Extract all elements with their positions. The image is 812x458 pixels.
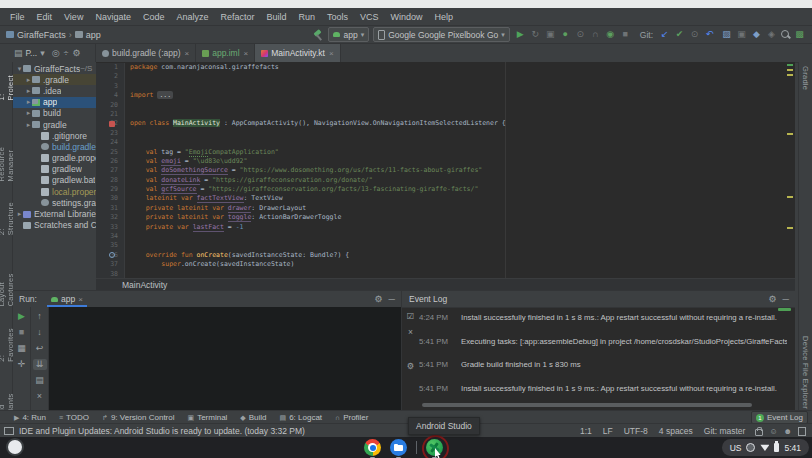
tree-item-gradlew-bat[interactable]: gradlew.bat [13, 175, 96, 186]
wrench-icon[interactable]: ⚙ [407, 361, 415, 371]
git-rollback-button[interactable]: ↶ [703, 28, 716, 41]
git-update-button[interactable]: ↙ [658, 28, 671, 41]
menu-item-run[interactable]: Run [293, 12, 322, 22]
attach-debugger-button[interactable]: ▣ [544, 28, 557, 41]
error-stripe-mark[interactable] [787, 64, 793, 66]
error-stripe-mark[interactable] [787, 69, 793, 71]
tool-button-9-version-control[interactable]: ↱9: Version Control [102, 413, 174, 422]
tool-button-terminal[interactable]: ▣Terminal [188, 413, 228, 422]
scroll-to-end-button[interactable]: ⇊ [33, 359, 47, 370]
soft-wrap-button[interactable]: ↩ [33, 343, 47, 354]
menu-item-file[interactable]: File [4, 12, 31, 22]
menu-item-edit[interactable]: Edit [31, 12, 59, 22]
menu-item-analyze[interactable]: Analyze [170, 12, 214, 22]
status-git-master[interactable]: Git: master [704, 426, 746, 436]
tool-button-gradle[interactable]: Gradle [801, 66, 810, 90]
breadcrumb-class[interactable]: MainActivity [122, 280, 167, 290]
clear-console-button[interactable]: × [33, 391, 47, 402]
editor-tab-app-iml[interactable]: app.iml× [196, 44, 255, 62]
tool-button-todo[interactable]: ≡TODO [59, 413, 89, 422]
run-console[interactable] [49, 307, 401, 411]
status-message[interactable]: IDE and Plugin Updates: Android Studio i… [19, 426, 305, 436]
status-1-1[interactable]: 1:1 [580, 426, 592, 436]
tree-item-app[interactable]: ▸app [13, 97, 96, 108]
files-app-icon[interactable] [390, 439, 407, 456]
coverage-button[interactable]: ⊙ [574, 28, 587, 41]
highlight-level-icon[interactable]: ☺ [769, 427, 777, 436]
scrollbar-thumb[interactable] [778, 308, 791, 311]
clear-all-events-icon[interactable]: × [408, 327, 413, 337]
search-everywhere-button[interactable] [780, 29, 791, 40]
collapse-all-icon[interactable]: ÷ [64, 48, 69, 58]
inspections-profile-icon[interactable]: ☻ [784, 427, 792, 436]
error-stripe-mark[interactable] [787, 196, 793, 198]
menu-item-help[interactable]: Help [429, 12, 460, 22]
menu-item-refactor[interactable]: Refactor [214, 12, 260, 22]
locate-file-icon[interactable]: ◎ [52, 48, 60, 58]
tool-button-4-run[interactable]: ▶4: Run [14, 413, 46, 422]
toggle-toolwindows-icon[interactable] [4, 427, 14, 435]
menu-item-navigate[interactable]: Navigate [89, 12, 137, 22]
error-stripe-mark[interactable] [787, 74, 793, 76]
tree-item-gitignore[interactable]: .gitignore [13, 130, 96, 141]
profiler-button[interactable]: ∩ [589, 28, 602, 41]
tree-item-build[interactable]: ▸build [13, 108, 96, 119]
pin-tab-button[interactable]: ✛ [15, 359, 29, 370]
tree-item-gradle-properties[interactable]: gradle.properties [13, 153, 96, 164]
menu-item-view[interactable]: View [58, 12, 89, 22]
chrome-icon[interactable] [364, 439, 381, 456]
system-tray[interactable]: US 5:41 [722, 439, 809, 456]
lock-icon[interactable] [755, 429, 763, 436]
print-button[interactable]: ▤ [33, 375, 47, 386]
menu-item-tools[interactable]: Tools [321, 12, 354, 22]
event-log-settings-icon[interactable]: ⚙ [769, 294, 777, 304]
avd-manager-icon[interactable]: ◈ [765, 28, 778, 41]
menu-item-window[interactable]: Window [385, 12, 429, 22]
window-layout-icon[interactable]: ▨ [720, 28, 733, 41]
project-view-selector[interactable]: P... [26, 48, 38, 58]
tool-button-6-logcat[interactable]: ▤6: Logcat [280, 413, 323, 422]
run-config-select[interactable]: app ▾ [328, 27, 369, 42]
tree-item-settings-gradle[interactable]: settings.gradle [13, 197, 96, 208]
breadcrumb-module[interactable]: app [86, 30, 101, 40]
close-tab-icon[interactable]: × [185, 49, 190, 58]
tree-item-external-libraries[interactable]: ▸External Libraries [13, 208, 96, 219]
breadcrumb-project[interactable]: GiraffeFacts [17, 30, 66, 40]
ide-updates-icon[interactable]: ▩ [793, 28, 806, 41]
mark-all-read-icon[interactable]: ☑ [407, 311, 415, 321]
tree-item-gradle[interactable]: ▸gradle [13, 119, 96, 130]
run-panel-settings-icon[interactable]: ⚙ [375, 294, 383, 304]
code-editor[interactable]: 1package com.naranjaconsal.giraffefacts2… [96, 62, 795, 278]
tree-item-local-properties[interactable]: local.properties [13, 186, 96, 197]
chevron-down-icon[interactable]: ▾ [40, 48, 45, 58]
close-tab-icon[interactable]: × [244, 49, 249, 58]
tree-item-scratches-and-consoles[interactable]: Scratches and Consoles [13, 220, 96, 231]
menu-item-code[interactable]: Code [137, 12, 171, 22]
hide-panel-icon[interactable]: ─ [389, 294, 395, 304]
status-4-spaces[interactable]: 4 spaces [659, 426, 693, 436]
gradle-sync-icon[interactable]: ◆ [750, 28, 763, 41]
status-lf[interactable]: LF [603, 426, 613, 436]
up-stack-trace-button[interactable]: ↑ [33, 311, 47, 322]
device-select[interactable]: Google Google Pixelbook Go ▾ [373, 27, 510, 42]
tree-item-build-gradle[interactable]: build.gradle [13, 141, 96, 152]
status-utf-8[interactable]: UTF-8 [624, 426, 648, 436]
memory-indicator-icon[interactable] [798, 427, 806, 436]
close-tab-icon[interactable]: × [329, 49, 334, 58]
tree-item-gradle[interactable]: ▸.gradle [13, 74, 96, 85]
git-history-button[interactable]: ⊙ [688, 28, 701, 41]
tree-item-idea[interactable]: ▸.idea [13, 85, 96, 96]
run-tab-app[interactable]: app × [47, 291, 87, 307]
menu-item-vcs[interactable]: VCS [354, 12, 385, 22]
tree-item-gradlew[interactable]: gradlew [13, 164, 96, 175]
editor-tab-build-gradle-app[interactable]: build.gradle (:app)× [96, 44, 196, 62]
tree-item-giraffefacts[interactable]: ▾GiraffeFacts ~/S [13, 63, 96, 74]
panel-settings-icon[interactable]: ⚙ [73, 48, 81, 58]
rerun-button[interactable]: ▶ [15, 311, 29, 322]
debug-button[interactable]: ● [559, 28, 572, 41]
build-hammer-icon[interactable] [312, 29, 324, 41]
hide-event-log-icon[interactable]: ─ [783, 294, 789, 304]
apply-changes-button[interactable]: ↻ [529, 28, 542, 41]
down-stack-trace-button[interactable]: ↓ [33, 327, 47, 338]
tool-button-profiler[interactable]: ∩Profiler [335, 413, 368, 422]
